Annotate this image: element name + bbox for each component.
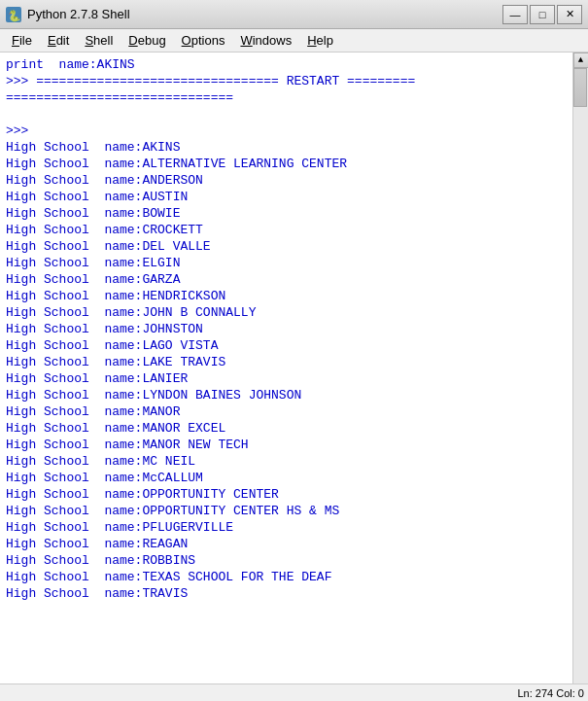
svg-text:🐍: 🐍 xyxy=(8,9,21,22)
title-bar: 🐍 Python 2.7.8 Shell — □ ✕ xyxy=(0,0,588,29)
shell-output: print name:AKINS >>> ===================… xyxy=(0,53,572,701)
scroll-up-button[interactable]: ▲ xyxy=(573,53,589,68)
maximize-button[interactable]: □ xyxy=(530,5,555,24)
minimize-button[interactable]: — xyxy=(502,5,528,24)
menu-bar: File Edit Shell Debug Options Windows He… xyxy=(0,29,588,53)
scroll-thumb[interactable] xyxy=(573,68,587,107)
shell-content[interactable]: print name:AKINS >>> ===================… xyxy=(0,53,572,701)
menu-file[interactable]: File xyxy=(4,31,40,50)
menu-windows[interactable]: Windows xyxy=(232,31,299,50)
window-title: Python 2.7.8 Shell xyxy=(27,7,130,21)
title-bar-left: 🐍 Python 2.7.8 Shell xyxy=(6,7,130,22)
python-icon: 🐍 xyxy=(6,7,21,22)
status-bar: Ln: 274 Col: 0 xyxy=(0,683,588,701)
menu-edit[interactable]: Edit xyxy=(40,31,77,50)
menu-help[interactable]: Help xyxy=(299,31,341,50)
menu-debug[interactable]: Debug xyxy=(121,31,173,50)
title-bar-controls: — □ ✕ xyxy=(502,5,582,24)
menu-shell[interactable]: Shell xyxy=(77,31,121,50)
shell-container: print name:AKINS >>> ===================… xyxy=(0,53,588,701)
scroll-track[interactable] xyxy=(573,68,588,685)
close-button[interactable]: ✕ xyxy=(557,5,582,24)
menu-options[interactable]: Options xyxy=(174,31,233,50)
scrollbar[interactable]: ▲ ▼ xyxy=(572,53,588,701)
